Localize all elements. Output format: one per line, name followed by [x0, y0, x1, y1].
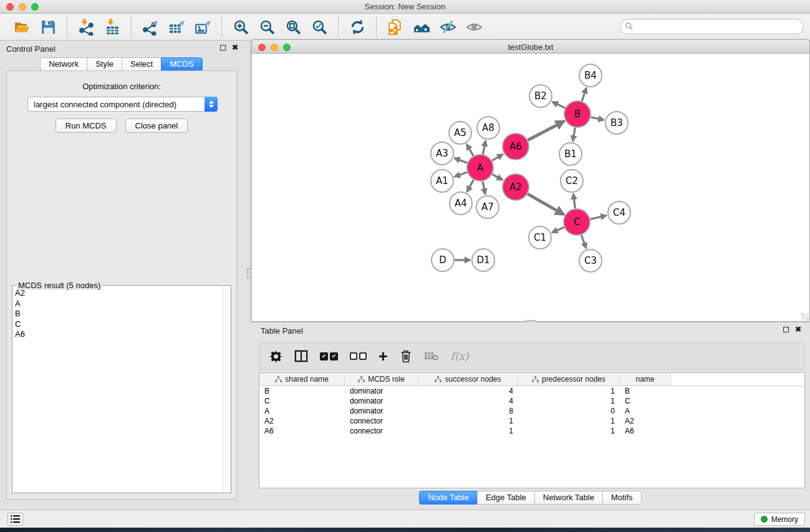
result-item[interactable]: A6: [15, 329, 223, 340]
network-graph[interactable]: AA1A2A3A4A5A6A7A8BB1B2B3B4CC1C2C3C4DD1: [252, 54, 809, 321]
vertical-splitter-handle[interactable]: [247, 268, 252, 278]
memory-button[interactable]: Memory: [754, 513, 805, 526]
float-table-panel-icon[interactable]: [783, 327, 789, 332]
result-scrollbar[interactable]: [223, 286, 231, 493]
import-table-button[interactable]: [102, 16, 123, 37]
node-B2[interactable]: B2: [529, 85, 552, 107]
column-header-shared-name[interactable]: shared name: [259, 373, 345, 385]
table-settings-button[interactable]: [269, 350, 282, 363]
tab-style[interactable]: Style: [87, 57, 122, 71]
result-item[interactable]: B: [15, 309, 223, 319]
zoom-out-button[interactable]: [256, 16, 277, 37]
node-B3[interactable]: B3: [605, 112, 628, 134]
close-panel-button[interactable]: Close panel: [125, 118, 188, 133]
node-B1[interactable]: B1: [559, 143, 582, 165]
edge-A-A1[interactable]: [455, 172, 467, 177]
edge-A-A3[interactable]: [455, 158, 468, 163]
table-row[interactable]: A2connector11A2: [259, 416, 804, 426]
delete-table-button[interactable]: [424, 351, 439, 362]
deselect-all-rows-button[interactable]: [350, 352, 367, 360]
network-window-titlebar[interactable]: testGlobe.txt: [251, 39, 810, 54]
node-A8[interactable]: A8: [477, 117, 499, 139]
open-file-button[interactable]: [11, 16, 32, 37]
node-A2[interactable]: A2: [503, 174, 529, 200]
tab-node-table[interactable]: Node Table: [419, 491, 478, 505]
show-hide-graphics-details-button[interactable]: [437, 16, 458, 37]
edge-A-A2[interactable]: [492, 175, 503, 180]
export-image-button[interactable]: [192, 16, 213, 37]
tab-network[interactable]: Network: [40, 57, 87, 71]
apply-function-button[interactable]: f(x): [451, 350, 469, 362]
result-item[interactable]: A: [15, 299, 223, 309]
node-B4[interactable]: B4: [579, 64, 602, 87]
export-table-button[interactable]: [166, 16, 187, 37]
zoom-in-button[interactable]: [230, 16, 251, 37]
tab-network-table[interactable]: Network Table: [534, 491, 603, 505]
result-item[interactable]: C: [15, 319, 223, 330]
node-A[interactable]: A: [467, 155, 493, 181]
edge-A-A6[interactable]: [492, 154, 503, 160]
node-A5[interactable]: A5: [449, 122, 471, 144]
table-row[interactable]: Bdominator41B: [259, 386, 804, 396]
task-history-button[interactable]: [7, 513, 23, 526]
node-A7[interactable]: A7: [476, 196, 499, 218]
criterion-select[interactable]: largest connected component (directed): [27, 97, 218, 112]
open-in-cytoscape-button[interactable]: [411, 16, 432, 37]
node-C[interactable]: C: [564, 209, 590, 235]
delete-columns-button[interactable]: [400, 349, 412, 363]
edge-C-C4[interactable]: [591, 216, 607, 220]
split-table-view-button[interactable]: [294, 349, 308, 363]
close-table-panel-icon[interactable]: ✖: [795, 326, 801, 333]
refresh-layout-button[interactable]: [347, 16, 368, 37]
clone-network-button[interactable]: [385, 16, 406, 37]
tab-select[interactable]: Select: [122, 57, 162, 71]
run-mcds-button[interactable]: Run MCDS: [55, 118, 117, 133]
edge-B-B3[interactable]: [591, 117, 604, 120]
edge-C-C3[interactable]: [581, 235, 586, 249]
node-C1[interactable]: C1: [529, 226, 551, 249]
tab-motifs[interactable]: Motifs: [602, 491, 642, 505]
mcds-result-list[interactable]: A2ABCA6: [12, 287, 223, 493]
edge-C-C2[interactable]: [574, 194, 576, 208]
search-input[interactable]: [620, 19, 804, 34]
toggle-bird-eye-view-button[interactable]: [463, 16, 485, 37]
node-A4[interactable]: A4: [450, 192, 472, 215]
edge-A6-B[interactable]: [528, 121, 564, 140]
node-C2[interactable]: C2: [561, 170, 583, 192]
tab-edge-table[interactable]: Edge Table: [477, 491, 535, 505]
result-item[interactable]: A2: [15, 288, 223, 299]
network-canvas[interactable]: AA1A2A3A4A5A6A7A8BB1B2B3B4CC1C2C3C4DD1: [251, 54, 810, 322]
edge-C-C1[interactable]: [552, 228, 564, 233]
table-row[interactable]: Adominator80A: [259, 406, 804, 416]
save-session-button[interactable]: [37, 16, 59, 37]
export-network-button[interactable]: [140, 16, 161, 37]
node-C3[interactable]: C3: [579, 249, 602, 272]
node-B[interactable]: B: [564, 101, 591, 127]
node-D[interactable]: D: [432, 249, 454, 271]
edge-A2-C[interactable]: [528, 194, 564, 215]
node-A1[interactable]: A1: [431, 170, 453, 192]
add-column-button[interactable]: +: [378, 350, 388, 362]
edge-B-B4[interactable]: [582, 88, 586, 101]
import-network-button[interactable]: [75, 16, 97, 37]
column-header-name[interactable]: name: [620, 373, 671, 385]
edge-B-B1[interactable]: [573, 128, 576, 142]
table-row[interactable]: Cdominator41C: [259, 396, 804, 406]
edge-B-B2[interactable]: [552, 102, 566, 108]
column-header-mcds-role[interactable]: MCDS role: [345, 373, 418, 385]
column-header-predecessor-nodes[interactable]: predecessor nodes: [518, 373, 620, 385]
zoom-fit-button[interactable]: [282, 16, 304, 37]
edge-A-A7[interactable]: [483, 181, 485, 195]
node-C4[interactable]: C4: [608, 201, 630, 224]
float-panel-icon[interactable]: [220, 45, 226, 51]
node-A3[interactable]: A3: [431, 142, 453, 165]
edge-A-A5[interactable]: [466, 144, 473, 156]
node-D1[interactable]: D1: [472, 249, 494, 271]
edge-A-A4[interactable]: [467, 180, 474, 191]
zoom-selected-button[interactable]: [309, 16, 330, 37]
tab-mcds[interactable]: MCDS: [161, 57, 202, 71]
resize-grip-icon[interactable]: [801, 313, 809, 321]
select-all-rows-button[interactable]: ✔✔: [320, 352, 338, 360]
close-panel-icon[interactable]: ✖: [232, 44, 238, 51]
edge-A-A8[interactable]: [483, 141, 485, 155]
